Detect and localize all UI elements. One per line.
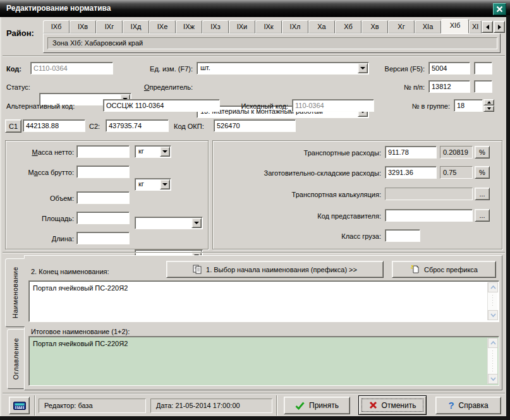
region-tab[interactable]: Xг — [388, 20, 415, 33]
dropdown-button[interactable] — [358, 63, 368, 73]
c1-field[interactable] — [23, 119, 85, 132]
procurement-costs-label: Заготовительно-складские расходы: — [216, 169, 381, 177]
procurement-percent-button[interactable]: % — [475, 166, 490, 179]
keyboard-button[interactable] — [9, 397, 30, 414]
dropdown-button[interactable] — [160, 147, 170, 157]
region-tab[interactable]: IXл — [282, 20, 308, 33]
tab-scroll-left-button[interactable] — [482, 21, 493, 33]
transport-calculation-browse-button[interactable]: ... — [475, 188, 490, 200]
scroll-up-button[interactable] — [488, 338, 498, 348]
transport-costs-label: Транспортные расходы: — [216, 148, 381, 157]
gross-mass-label: Масса брутто: — [8, 168, 74, 177]
dropdown-button[interactable] — [160, 179, 170, 189]
volume-label: Объем: — [8, 194, 74, 203]
region-tab[interactable]: IXв — [70, 20, 96, 33]
version-field[interactable] — [428, 62, 470, 75]
tab-contents[interactable]: Оглавление — [7, 329, 24, 389]
source-code-field[interactable] — [292, 99, 374, 112]
keyboard-icon — [13, 401, 26, 411]
net-mass-unit-combobox[interactable]: кг — [135, 145, 171, 158]
region-tab[interactable]: Xа — [308, 20, 335, 33]
volume-field[interactable] — [76, 191, 130, 204]
tab-naming[interactable]: Наименование — [5, 258, 25, 327]
version-extra-field[interactable] — [474, 62, 492, 75]
help-label: Справка — [459, 401, 489, 410]
chevron-down-icon — [490, 313, 496, 317]
c1-button[interactable]: С1 — [5, 119, 21, 133]
c2-field[interactable] — [106, 119, 169, 132]
net-mass-field[interactable] — [76, 145, 130, 158]
help-button[interactable]: ? Справка — [435, 397, 501, 414]
region-tab[interactable]: IXб — [43, 20, 70, 33]
transport-percent-button[interactable]: % — [475, 146, 490, 159]
length-field[interactable] — [76, 232, 130, 244]
alt-code-label: Альтернативный код: — [6, 102, 75, 111]
new-page-icon — [410, 265, 420, 274]
costs-group: Транспортные расходы: 0.20819 % Заготови… — [212, 140, 502, 249]
representative-browse-button[interactable]: ... — [475, 209, 490, 222]
spin-down-button[interactable] — [483, 105, 494, 112]
accept-button[interactable]: Принять — [284, 397, 350, 414]
region-tab[interactable]: Xб — [335, 20, 361, 33]
name-suffix-text: Портал ячейковый ПС-220Я2 — [33, 284, 128, 292]
representative-code-field[interactable] — [385, 209, 473, 222]
close-icon — [496, 6, 503, 13]
region-tab[interactable]: IXд — [123, 20, 149, 33]
determiner-label: Определитель: — [130, 83, 193, 92]
region-tab[interactable]: IXз — [202, 20, 229, 33]
prefix-reset-label: Сброс префикса — [424, 266, 478, 273]
cancel-button[interactable]: Отменить — [358, 395, 427, 415]
code-label: Код: — [6, 64, 21, 73]
close-button[interactable] — [493, 3, 506, 15]
region-tab[interactable]: IXг — [96, 20, 123, 33]
region-tab[interactable]: IXи — [229, 20, 255, 33]
cross-icon — [369, 401, 377, 409]
scroll-up-button[interactable] — [488, 282, 498, 292]
region-tab[interactable]: IXе — [149, 20, 176, 33]
region-tab[interactable]: XIа — [415, 20, 441, 33]
source-code-label: Исходный код: — [231, 102, 288, 111]
volume-unit-combobox[interactable] — [135, 217, 203, 229]
dropdown-button[interactable] — [191, 218, 202, 228]
transport-costs-field[interactable] — [385, 146, 437, 159]
prefix-reset-button[interactable]: Сброс префикса — [392, 261, 496, 278]
total-name-textarea[interactable]: Портал ячейковый ПС-220Я2 — [28, 336, 499, 386]
region-tab-active[interactable]: XIб — [441, 19, 469, 33]
editor-status: Редактор: база — [39, 399, 146, 413]
divider — [3, 252, 505, 253]
gross-mass-unit-value: кг — [138, 180, 144, 188]
code-field[interactable] — [30, 62, 113, 75]
spin-up-button[interactable] — [483, 99, 494, 105]
vertical-scrollbar[interactable] — [487, 282, 497, 320]
tab-scroll-right-button[interactable] — [494, 21, 505, 33]
vertical-scrollbar[interactable] — [487, 338, 497, 384]
prefix-select-label: 1. Выбор начала наименования (префикса) … — [206, 266, 357, 273]
serial-extra-field[interactable] — [474, 80, 492, 93]
arrow-left-icon — [486, 25, 489, 30]
group-no-field[interactable] — [454, 99, 483, 112]
gross-mass-unit-combobox[interactable]: кг — [135, 178, 171, 191]
cargo-class-field[interactable] — [385, 229, 420, 242]
chevron-down-icon — [194, 222, 199, 224]
region-tab[interactable]: IXк — [255, 20, 282, 33]
okp-field[interactable] — [214, 119, 296, 132]
scroll-down-button[interactable] — [488, 310, 498, 320]
region-tab[interactable]: XI — [469, 20, 482, 33]
titlebar[interactable]: Редактирование норматива — [0, 0, 510, 17]
unit-combobox[interactable]: шт. — [197, 62, 369, 75]
region-tabpage: Зона XIб: Хабаровский край — [43, 33, 501, 53]
serial-field[interactable] — [428, 80, 470, 93]
unit-label: Ед. изм. (F7): — [130, 64, 193, 73]
prefix-select-button[interactable]: 1. Выбор начала наименования (префикса) … — [166, 261, 384, 278]
procurement-costs-field[interactable] — [385, 166, 437, 179]
gross-mass-field[interactable] — [76, 165, 130, 178]
region-tab[interactable]: IXж — [176, 20, 202, 33]
length-label: Длина: — [8, 234, 74, 243]
alt-code-field[interactable] — [103, 99, 220, 112]
scroll-down-button[interactable] — [488, 374, 498, 384]
name-suffix-textarea[interactable]: Портал ячейковый ПС-220Я2 — [28, 280, 499, 322]
net-mass-unit-value: кг — [138, 147, 144, 155]
region-tab[interactable]: Xв — [361, 20, 388, 33]
area-field[interactable] — [76, 212, 130, 224]
transport-calculation-field — [385, 188, 473, 200]
